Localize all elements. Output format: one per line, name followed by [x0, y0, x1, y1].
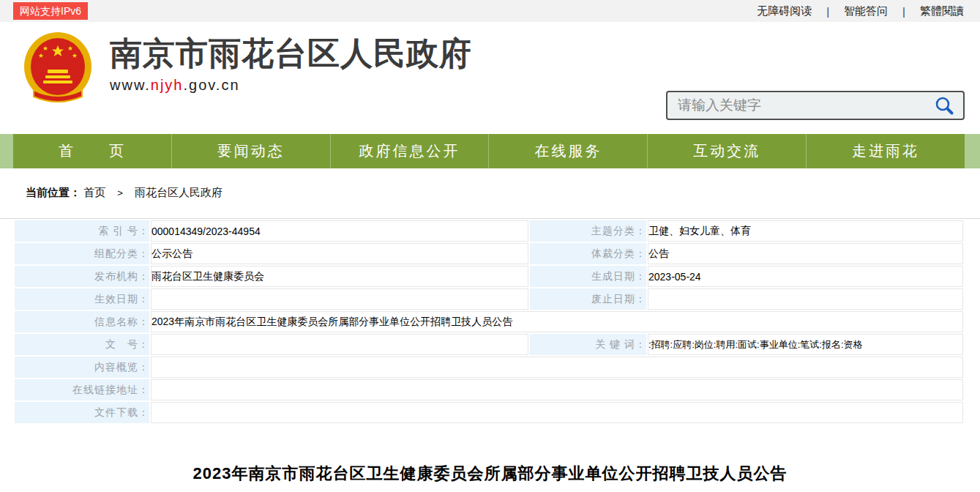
topbar-links: 无障碍阅读 | 智能答问 | 繁體閱讀	[757, 4, 964, 18]
nav-item-gov-info[interactable]: 政府信息公开	[330, 134, 489, 168]
meta-label-content-overview: 内容概览：	[15, 357, 149, 378]
meta-label-genre-category: 体裁分类：	[530, 243, 646, 264]
site-url-highlight: njyh	[151, 77, 184, 93]
meta-label-info-name: 信息名称：	[15, 311, 149, 332]
meta-value-info-name: 2023年南京市雨花台区卫生健康委员会所属部分事业单位公开招聘卫技人员公告	[151, 311, 963, 332]
topbar: 网站支持IPv6 无障碍阅读 | 智能答问 | 繁體閱讀	[0, 0, 980, 22]
topbar-divider: |	[902, 5, 905, 18]
topbar-divider: |	[826, 5, 829, 18]
breadcrumb-current-link[interactable]: 雨花台区人民政府	[135, 186, 222, 198]
table-row: 内容概览：	[15, 357, 963, 378]
main-nav-inner: 首 页 要闻动态 政府信息公开 在线服务 互动交流 走进雨花	[13, 134, 965, 168]
document-meta-table: 索 引 号： 000014349/2023-44954 主题分类： 卫健、妇女儿…	[13, 219, 965, 425]
site-title-block: 南京市雨花台区人民政府 www.njyh.gov.cn	[110, 35, 472, 94]
ipv6-support-badge[interactable]: 网站支持IPv6	[13, 2, 88, 20]
table-row: 信息名称： 2023年南京市雨花台区卫生健康委员会所属部分事业单位公开招聘卫技人…	[15, 311, 963, 332]
meta-value-genre-category: 公告	[648, 243, 963, 264]
breadcrumb: 当前位置： 首页 > 雨花台区人民政府	[0, 168, 980, 218]
meta-label-create-date: 生成日期：	[530, 266, 646, 287]
meta-label-group-category: 组配分类：	[15, 243, 149, 264]
meta-label-file-download: 文件下载：	[15, 402, 149, 423]
topbar-link-smart-qa[interactable]: 智能答问	[844, 4, 888, 18]
breadcrumb-label: 当前位置：	[26, 186, 81, 198]
topbar-link-traditional-chinese[interactable]: 繁體閱讀	[920, 4, 964, 18]
table-row: 在线链接地址：	[15, 379, 963, 400]
table-row: 组配分类： 公示公告 体裁分类： 公告	[15, 243, 963, 264]
site-header: 南京市雨花台区人民政府 www.njyh.gov.cn	[0, 22, 980, 134]
national-emblem-icon	[13, 31, 102, 106]
meta-value-keywords: :招聘:应聘:岗位:聘用:面试:事业单位:笔试:报名:资格	[648, 334, 963, 355]
topbar-link-accessibility[interactable]: 无障碍阅读	[757, 4, 812, 18]
meta-label-index-number: 索 引 号：	[15, 220, 149, 242]
nav-item-news[interactable]: 要闻动态	[171, 134, 330, 168]
breadcrumb-home-link[interactable]: 首页	[83, 186, 105, 198]
table-row: 索 引 号： 000014349/2023-44954 主题分类： 卫健、妇女儿…	[15, 220, 963, 242]
nav-item-home[interactable]: 首 页	[13, 134, 171, 168]
meta-label-topic-category: 主题分类：	[530, 220, 646, 242]
search-input[interactable]	[667, 92, 934, 119]
search-button[interactable]	[934, 95, 963, 116]
meta-value-index-number: 000014349/2023-44954	[151, 220, 528, 242]
meta-label-keywords: 关 键 词：	[530, 334, 646, 355]
table-row: 发布机构： 雨花台区卫生健康委员会 生成日期： 2023-05-24	[15, 266, 963, 287]
meta-label-effective-date: 生效日期：	[15, 288, 149, 310]
article-title: 2023年南京市雨花台区卫生健康委员会所属部分事业单位公开招聘卫技人员公告	[0, 463, 980, 485]
site-title: 南京市雨花台区人民政府	[110, 35, 472, 72]
nav-item-about-yuhua[interactable]: 走进雨花	[806, 134, 965, 168]
meta-value-create-date: 2023-05-24	[648, 266, 963, 287]
meta-value-effective-date	[151, 288, 528, 310]
meta-value-content-overview	[151, 357, 963, 378]
meta-label-issuing-agency: 发布机构：	[15, 266, 149, 287]
meta-value-expiry-date	[648, 288, 963, 310]
main-nav: 首 页 要闻动态 政府信息公开 在线服务 互动交流 走进雨花	[0, 134, 980, 168]
meta-value-group-category: 公示公告	[151, 243, 528, 264]
meta-value-online-link	[151, 379, 963, 400]
meta-value-issuing-agency: 雨花台区卫生健康委员会	[151, 266, 528, 287]
site-url-prefix: www.	[110, 77, 151, 93]
nav-item-interaction[interactable]: 互动交流	[647, 134, 806, 168]
meta-value-topic-category: 卫健、妇女儿童、体育	[648, 220, 963, 242]
meta-label-doc-number: 文 号：	[15, 334, 149, 355]
site-logo-link[interactable]	[13, 31, 102, 106]
breadcrumb-separator: >	[117, 187, 123, 198]
table-row: 文件下载：	[15, 402, 963, 423]
site-url: www.njyh.gov.cn	[110, 77, 472, 94]
search-icon	[934, 95, 954, 116]
meta-label-expiry-date: 废止日期：	[530, 288, 646, 310]
search-box	[666, 91, 965, 120]
meta-value-doc-number	[151, 334, 528, 355]
table-row: 生效日期： 废止日期：	[15, 288, 963, 310]
meta-label-online-link: 在线链接地址：	[15, 379, 149, 400]
site-url-suffix: .gov.cn	[184, 77, 240, 93]
nav-item-online-services[interactable]: 在线服务	[488, 134, 647, 168]
meta-value-file-download	[151, 402, 963, 423]
table-row: 文 号： 关 键 词： :招聘:应聘:岗位:聘用:面试:事业单位:笔试:报名:资…	[15, 334, 963, 355]
document-meta-section: 索 引 号： 000014349/2023-44954 主题分类： 卫健、妇女儿…	[0, 218, 980, 425]
